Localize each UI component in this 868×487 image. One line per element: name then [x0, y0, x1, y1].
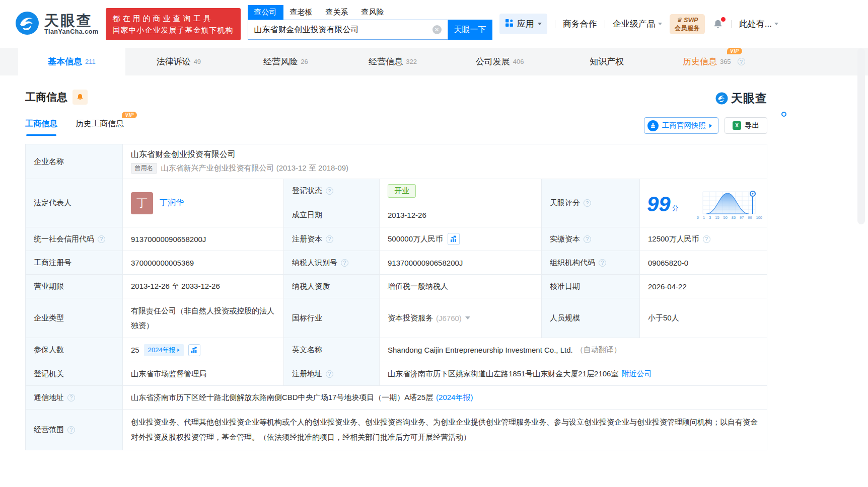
former-name-line: 曾用名 山东省新兴产业创业投资有限公司 (2013-12 至 2018-09): [131, 163, 348, 174]
nav-enterprise-products[interactable]: 企业级产品: [613, 18, 662, 30]
help-icon[interactable]: ?: [341, 259, 348, 267]
divider: [555, 20, 555, 28]
svip-member-badge[interactable]: ♛ SVIP 会员服务: [670, 14, 705, 34]
vip-badge: VIP: [122, 112, 137, 118]
search-tab-risk[interactable]: 查风险: [355, 5, 391, 20]
field-value-approval-date: 2026-04-22: [640, 275, 767, 298]
field-value-registered-address: 山东省济南市历下区姚家街道山左路1851号山东财金大厦21层2106室 附近公司: [380, 362, 767, 386]
field-label-legal-rep: 法定代表人: [26, 179, 123, 227]
field-label-english-name: 英文名称: [284, 338, 380, 362]
tab-operational-risk[interactable]: 经营风险 26: [232, 48, 339, 75]
tabs-inner: 基本信息 211 法律诉讼 49 经营风险 26 经营信息 322 公司发展 4…: [18, 48, 767, 75]
score-value: 99: [647, 194, 671, 215]
content: 工商信息 天眼查 工商信息 VIP 历史工商信息: [25, 75, 767, 450]
tianyancha-logo-icon: [715, 92, 728, 105]
search-input[interactable]: [254, 25, 432, 34]
promo-banner-line2: 国家中小企业发展子基金旗下机构: [113, 24, 234, 36]
help-icon[interactable]: ?: [98, 235, 105, 243]
tab-business-info[interactable]: 经营信息 322: [339, 48, 447, 75]
help-icon[interactable]: ?: [584, 235, 591, 243]
legal-rep-avatar[interactable]: 丁: [131, 192, 153, 214]
promo-banner: 都在用的商业查询工具 国家中小企业发展子基金旗下机构: [106, 8, 241, 40]
field-value-industry: 资本投资服务 (J6760): [380, 298, 542, 338]
field-value-reg-capital: 500000万人民币: [380, 227, 542, 251]
nearby-companies-link[interactable]: 附近公司: [621, 369, 652, 379]
tab-intellectual-property[interactable]: 知识产权: [553, 48, 661, 75]
section-actions: 工商官网快照 X 导出: [644, 117, 767, 134]
help-icon[interactable]: ?: [584, 199, 591, 207]
help-icon[interactable]: ?: [326, 370, 333, 378]
search-tab-company[interactable]: 查公司: [248, 5, 283, 20]
help-icon[interactable]: ?: [326, 235, 333, 243]
apps-menu[interactable]: 应用: [499, 14, 547, 34]
help-icon[interactable]: ?: [738, 58, 745, 65]
field-label-company-type: 企业类型: [26, 298, 123, 338]
field-value-establish-date: 2013-12-26: [380, 203, 541, 227]
search-tab-relation[interactable]: 查关系: [319, 5, 355, 20]
user-profile-menu[interactable]: 此处有...: [739, 18, 778, 30]
field-label-company-name: 企业名称: [26, 144, 123, 179]
field-value-registry-authority: 山东省市场监督管理局: [123, 362, 284, 386]
subscribe-bell-button[interactable]: [73, 90, 88, 105]
logo-text: 天眼查 TianYanCha.com: [44, 13, 99, 35]
annual-report-link[interactable]: (2024年报): [436, 393, 473, 402]
field-value-taxpayer-id: 91370000090658200J: [380, 251, 542, 275]
tab-legal-litigation[interactable]: 法律诉讼 49: [125, 48, 233, 75]
excel-icon: X: [733, 121, 741, 130]
search-button[interactable]: 天眼一下: [448, 20, 492, 40]
company-name: 山东省财金创业投资有限公司: [131, 149, 236, 160]
field-label-mailing-address: 通信地址?: [26, 386, 123, 410]
field-label-reg-number: 工商注册号: [26, 251, 123, 275]
notification-bell[interactable]: [712, 19, 724, 30]
section-header: 工商信息: [25, 75, 767, 105]
floating-dot: [781, 112, 786, 117]
search-area: 查公司 查老板 查关系 查风险 ✕ 天眼一下: [248, 5, 492, 40]
apps-grid-icon: [505, 19, 514, 30]
bell-icon: [76, 93, 84, 101]
nav-business-coop[interactable]: 商务合作: [563, 18, 597, 30]
profile-label: 此处有...: [739, 18, 772, 30]
divider: [731, 20, 732, 28]
field-value-mailing-address: 山东省济南市历下区经十路北侧解放东路南侧CBD中央广场17号地块项目（一期）A塔…: [123, 386, 767, 410]
search-tab-boss[interactable]: 查老板: [283, 5, 319, 20]
help-icon[interactable]: ?: [67, 426, 75, 434]
tab-basic-info[interactable]: 基本信息 211: [18, 48, 125, 75]
legal-rep-link[interactable]: 丁润华: [160, 198, 184, 208]
field-label-tyc-score: 天眼评分?: [542, 179, 640, 227]
search-row: ✕ 天眼一下: [248, 20, 492, 40]
tab-company-development[interactable]: 公司发展 406: [446, 48, 553, 75]
field-value-reg-status: 开业: [380, 179, 541, 203]
promo-banner-line1: 都在用的商业查询工具: [113, 13, 234, 24]
field-label-staff-size: 人员规模: [542, 298, 640, 338]
industry-code: (J6760): [436, 314, 462, 322]
tianyancha-logo[interactable]: 天眼查 TianYanCha.com: [15, 11, 99, 37]
stamp-icon: [647, 120, 659, 131]
field-label-reg-capital: 注册资本?: [284, 227, 380, 251]
subtab-history-registration[interactable]: VIP 历史工商信息: [76, 119, 124, 136]
arrow-right-icon: [709, 124, 712, 128]
field-label-uscc: 统一社会信用代码?: [26, 227, 123, 251]
subtab-business-registration[interactable]: 工商信息: [25, 119, 57, 136]
clear-search-icon[interactable]: ✕: [432, 25, 442, 34]
field-label-insured-count: 参保人数: [26, 338, 123, 362]
field-value-business-scope: 创业投资业务、代理其他创业投资企业等机构或个人的创业投资业务、创业投资咨询业务、…: [123, 410, 767, 450]
field-label-approval-date: 核准日期: [542, 275, 640, 298]
annual-report-chip[interactable]: 2024年报: [144, 344, 184, 356]
logo-domain: TianYanCha.com: [44, 28, 99, 35]
official-snapshot-button[interactable]: 工商官网快照: [644, 117, 718, 134]
help-icon[interactable]: ?: [326, 187, 333, 195]
tab-history-info[interactable]: VIP 历史信息 365 ?: [660, 48, 767, 75]
side-widget[interactable]: [857, 48, 865, 224]
watermark-logo: 天眼查: [715, 91, 767, 106]
help-icon[interactable]: ?: [67, 394, 75, 401]
export-button[interactable]: X 导出: [725, 117, 767, 134]
help-icon[interactable]: ?: [599, 259, 606, 267]
chevron-down-icon[interactable]: [465, 316, 470, 319]
insured-trend-icon[interactable]: [188, 344, 200, 356]
search-box: ✕: [248, 20, 448, 40]
capital-trend-icon[interactable]: [448, 233, 460, 245]
field-label-business-scope: 经营范围?: [26, 410, 123, 450]
help-icon[interactable]: ?: [703, 235, 710, 243]
svip-line2: 会员服务: [675, 24, 700, 32]
field-label-reg-status: 登记状态?: [284, 179, 380, 203]
